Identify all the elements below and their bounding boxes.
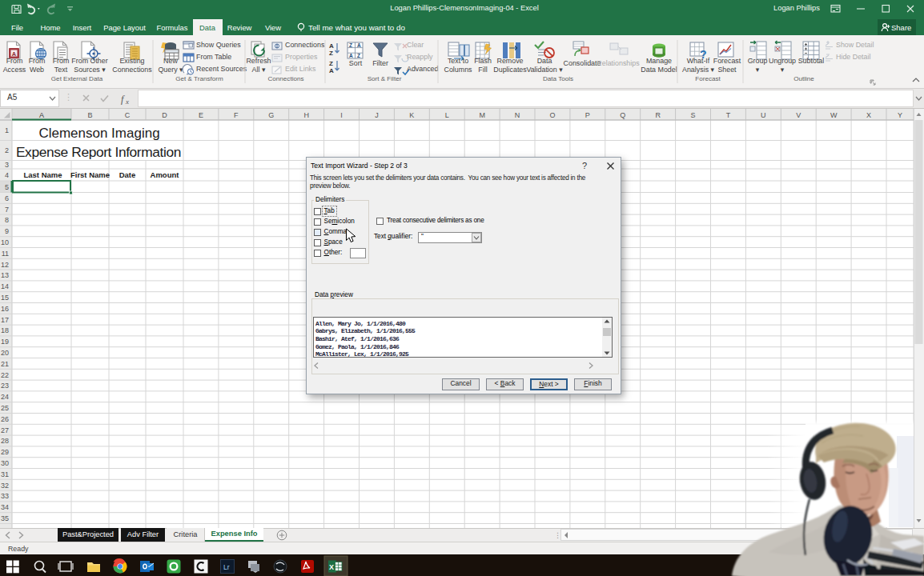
- svg-text:18: 18: [1, 326, 9, 334]
- svg-text:2: 2: [5, 146, 9, 154]
- svg-text:8: 8: [5, 216, 9, 224]
- svg-text:From: From: [53, 57, 70, 65]
- svg-text:10: 10: [1, 238, 9, 246]
- svg-text:Existing: Existing: [119, 57, 144, 65]
- svg-text:New: New: [163, 57, 178, 65]
- svg-text:Sort: Sort: [349, 59, 363, 67]
- svg-text:X: X: [329, 563, 334, 571]
- svg-text:From: From: [29, 57, 46, 65]
- svg-text:▾: ▾: [756, 66, 760, 74]
- svg-text:20: 20: [1, 349, 9, 357]
- svg-text:Outline: Outline: [793, 75, 814, 82]
- svg-text:V: V: [796, 111, 801, 119]
- svg-text:J: J: [375, 111, 379, 119]
- svg-text:S: S: [691, 111, 696, 119]
- svg-text:Duplicates: Duplicates: [493, 66, 527, 74]
- svg-text:25: 25: [1, 404, 9, 412]
- svg-text:Group: Group: [748, 57, 768, 65]
- svg-text:Connections: Connections: [268, 75, 304, 82]
- svg-text:Web: Web: [30, 66, 44, 74]
- svg-text:24: 24: [1, 393, 9, 401]
- svg-text:7: 7: [5, 206, 9, 214]
- svg-text:Text to: Text to: [448, 57, 468, 65]
- svg-text:30: 30: [1, 459, 9, 467]
- svg-text:f: f: [121, 94, 125, 105]
- svg-text:N: N: [515, 111, 520, 119]
- svg-text:Q: Q: [620, 111, 625, 119]
- svg-text:Fill: Fill: [478, 66, 487, 74]
- svg-text:32: 32: [1, 482, 9, 490]
- svg-text:Z: Z: [357, 53, 360, 58]
- svg-text:Get External Data: Get External Data: [51, 75, 103, 82]
- svg-text:Sources ▾: Sources ▾: [74, 66, 106, 74]
- svg-text:26: 26: [1, 415, 9, 423]
- svg-text:Show Detail: Show Detail: [836, 41, 874, 49]
- svg-text:R: R: [655, 111, 661, 119]
- svg-text:All ▾: All ▾: [252, 66, 266, 74]
- svg-text:17: 17: [1, 316, 9, 324]
- svg-text:Sort & Filter: Sort & Filter: [368, 75, 402, 82]
- svg-text:P: P: [585, 111, 590, 119]
- svg-text:A: A: [39, 111, 44, 119]
- svg-text:12: 12: [1, 261, 9, 269]
- svg-text:Connections: Connections: [112, 66, 152, 74]
- svg-text:19: 19: [1, 338, 9, 346]
- svg-text:W: W: [830, 111, 838, 119]
- svg-text:L: L: [445, 111, 449, 119]
- svg-text:Expense Report Information: Expense Report Information: [16, 144, 181, 160]
- svg-text:21: 21: [1, 360, 9, 368]
- svg-text:T: T: [726, 111, 731, 119]
- svg-text:Text: Text: [54, 66, 68, 74]
- svg-text:5: 5: [5, 183, 9, 191]
- svg-text:K: K: [409, 111, 414, 119]
- svg-text:Reapply: Reapply: [407, 53, 433, 61]
- svg-text:Flash: Flash: [474, 57, 492, 65]
- svg-text:14: 14: [1, 282, 9, 290]
- svg-text:27: 27: [1, 426, 9, 434]
- svg-text:G: G: [268, 111, 274, 119]
- svg-text:Clemenson Imaging: Clemenson Imaging: [38, 126, 159, 141]
- svg-text:22: 22: [1, 371, 9, 379]
- svg-text:x: x: [125, 98, 129, 106]
- svg-text:Columns: Columns: [444, 66, 472, 74]
- svg-text:H: H: [303, 111, 309, 119]
- svg-text:Consolidate: Consolidate: [564, 59, 601, 67]
- svg-text:First Name: First Name: [70, 170, 110, 179]
- svg-text:C: C: [125, 111, 131, 119]
- svg-text:Z: Z: [329, 50, 333, 57]
- svg-text:35: 35: [1, 514, 9, 522]
- svg-text:A: A: [357, 42, 361, 48]
- svg-text:15: 15: [1, 294, 9, 302]
- svg-text:Ungroup: Ungroup: [769, 57, 796, 65]
- svg-text:Manage: Manage: [646, 57, 672, 65]
- svg-text:Remove: Remove: [496, 57, 523, 65]
- svg-text:Last Name: Last Name: [23, 170, 62, 179]
- svg-text:29: 29: [1, 448, 9, 456]
- svg-text:Data: Data: [537, 57, 552, 65]
- svg-text:D: D: [162, 111, 167, 119]
- svg-text:A: A: [329, 67, 334, 74]
- svg-text:Analysis ▾: Analysis ▾: [682, 66, 715, 74]
- svg-text:Query ▾: Query ▾: [158, 66, 183, 74]
- svg-text:Edit Links: Edit Links: [285, 65, 316, 73]
- svg-text:From: From: [6, 57, 23, 65]
- svg-text:Connections: Connections: [285, 41, 325, 49]
- svg-text:13: 13: [1, 271, 9, 279]
- svg-text:Refresh: Refresh: [246, 57, 271, 65]
- svg-text:Clear: Clear: [407, 41, 424, 49]
- svg-text:M: M: [479, 111, 485, 119]
- svg-text:Sheet: Sheet: [717, 66, 737, 74]
- svg-text:Amount: Amount: [151, 170, 180, 179]
- svg-text:Forecast: Forecast: [695, 75, 721, 82]
- svg-text:31: 31: [1, 470, 9, 478]
- svg-text:What-If: What-If: [687, 57, 710, 65]
- svg-text:Show Queries: Show Queries: [196, 41, 241, 49]
- svg-text:4: 4: [5, 171, 9, 179]
- svg-text:B: B: [87, 111, 92, 119]
- svg-text:Data Tools: Data Tools: [543, 75, 573, 82]
- svg-text:3: 3: [5, 161, 9, 169]
- svg-text:Lr: Lr: [223, 563, 230, 571]
- svg-text:Properties: Properties: [285, 53, 318, 61]
- svg-text:6: 6: [5, 194, 9, 202]
- svg-text:Z: Z: [349, 42, 352, 48]
